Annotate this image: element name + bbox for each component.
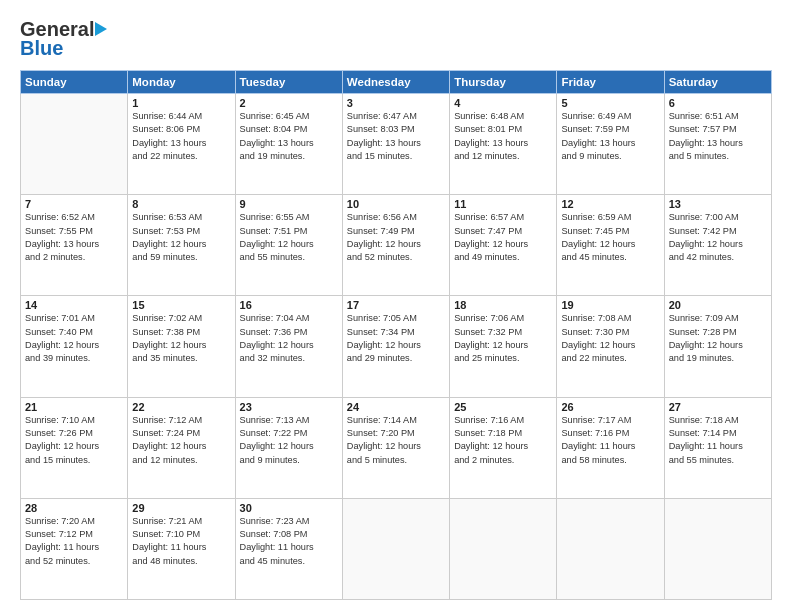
day-number: 27	[669, 401, 767, 413]
sun-info-line: Daylight: 12 hours	[347, 440, 445, 453]
sun-info-line: Daylight: 12 hours	[240, 339, 338, 352]
sun-info-line: Sunrise: 7:21 AM	[132, 515, 230, 528]
sun-info-line: Sunset: 7:36 PM	[240, 326, 338, 339]
calendar-cell: 10Sunrise: 6:56 AMSunset: 7:49 PMDayligh…	[342, 195, 449, 296]
calendar-cell: 8Sunrise: 6:53 AMSunset: 7:53 PMDaylight…	[128, 195, 235, 296]
calendar-cell	[557, 498, 664, 599]
day-number: 2	[240, 97, 338, 109]
calendar-cell: 3Sunrise: 6:47 AMSunset: 8:03 PMDaylight…	[342, 94, 449, 195]
sun-info-line: Daylight: 12 hours	[347, 339, 445, 352]
day-number: 18	[454, 299, 552, 311]
sun-info-line: and 48 minutes.	[132, 555, 230, 568]
calendar-cell: 14Sunrise: 7:01 AMSunset: 7:40 PMDayligh…	[21, 296, 128, 397]
sun-info-line: Sunset: 7:14 PM	[669, 427, 767, 440]
calendar-week-2: 7Sunrise: 6:52 AMSunset: 7:55 PMDaylight…	[21, 195, 772, 296]
sun-info-line: and 12 minutes.	[454, 150, 552, 163]
sun-info-line: Sunrise: 7:18 AM	[669, 414, 767, 427]
sun-info: Sunrise: 6:48 AMSunset: 8:01 PMDaylight:…	[454, 110, 552, 163]
sun-info-line: Sunset: 7:53 PM	[132, 225, 230, 238]
calendar-cell: 4Sunrise: 6:48 AMSunset: 8:01 PMDaylight…	[450, 94, 557, 195]
sun-info-line: Daylight: 12 hours	[132, 238, 230, 251]
calendar-cell: 25Sunrise: 7:16 AMSunset: 7:18 PMDayligh…	[450, 397, 557, 498]
sun-info-line: Sunset: 7:40 PM	[25, 326, 123, 339]
day-number: 28	[25, 502, 123, 514]
calendar-cell: 12Sunrise: 6:59 AMSunset: 7:45 PMDayligh…	[557, 195, 664, 296]
page: General Blue SundayMondayTuesdayWednesda…	[0, 0, 792, 612]
sun-info-line: Sunrise: 7:01 AM	[25, 312, 123, 325]
sun-info: Sunrise: 7:12 AMSunset: 7:24 PMDaylight:…	[132, 414, 230, 467]
day-number: 7	[25, 198, 123, 210]
sun-info-line: Daylight: 12 hours	[132, 339, 230, 352]
sun-info-line: and 9 minutes.	[240, 454, 338, 467]
calendar-table: SundayMondayTuesdayWednesdayThursdayFrid…	[20, 70, 772, 600]
sun-info-line: Daylight: 11 hours	[669, 440, 767, 453]
sun-info: Sunrise: 7:23 AMSunset: 7:08 PMDaylight:…	[240, 515, 338, 568]
weekday-header-tuesday: Tuesday	[235, 71, 342, 94]
sun-info-line: Sunset: 8:01 PM	[454, 123, 552, 136]
sun-info-line: Daylight: 12 hours	[454, 339, 552, 352]
sun-info-line: and 49 minutes.	[454, 251, 552, 264]
sun-info-line: and 2 minutes.	[25, 251, 123, 264]
day-number: 19	[561, 299, 659, 311]
logo-blue-text: Blue	[20, 37, 63, 60]
sun-info-line: Sunset: 8:04 PM	[240, 123, 338, 136]
sun-info-line: Sunrise: 7:10 AM	[25, 414, 123, 427]
calendar-cell: 30Sunrise: 7:23 AMSunset: 7:08 PMDayligh…	[235, 498, 342, 599]
sun-info-line: Daylight: 13 hours	[347, 137, 445, 150]
sun-info-line: Daylight: 12 hours	[561, 238, 659, 251]
calendar-cell: 2Sunrise: 6:45 AMSunset: 8:04 PMDaylight…	[235, 94, 342, 195]
sun-info-line: and 19 minutes.	[669, 352, 767, 365]
calendar-cell: 26Sunrise: 7:17 AMSunset: 7:16 PMDayligh…	[557, 397, 664, 498]
sun-info-line: Daylight: 11 hours	[561, 440, 659, 453]
sun-info-line: Daylight: 11 hours	[25, 541, 123, 554]
sun-info-line: and 35 minutes.	[132, 352, 230, 365]
calendar-cell	[342, 498, 449, 599]
sun-info-line: and 5 minutes.	[669, 150, 767, 163]
sun-info: Sunrise: 7:06 AMSunset: 7:32 PMDaylight:…	[454, 312, 552, 365]
sun-info-line: Sunset: 7:18 PM	[454, 427, 552, 440]
day-number: 24	[347, 401, 445, 413]
sun-info-line: Sunrise: 7:14 AM	[347, 414, 445, 427]
sun-info-line: Sunrise: 6:55 AM	[240, 211, 338, 224]
sun-info-line: and 59 minutes.	[132, 251, 230, 264]
sun-info-line: Daylight: 12 hours	[132, 440, 230, 453]
weekday-header-friday: Friday	[557, 71, 664, 94]
sun-info-line: and 58 minutes.	[561, 454, 659, 467]
sun-info-line: Sunrise: 7:12 AM	[132, 414, 230, 427]
day-number: 13	[669, 198, 767, 210]
sun-info-line: Sunrise: 6:47 AM	[347, 110, 445, 123]
day-number: 6	[669, 97, 767, 109]
calendar-cell: 5Sunrise: 6:49 AMSunset: 7:59 PMDaylight…	[557, 94, 664, 195]
calendar-cell: 19Sunrise: 7:08 AMSunset: 7:30 PMDayligh…	[557, 296, 664, 397]
day-number: 29	[132, 502, 230, 514]
sun-info-line: Daylight: 11 hours	[132, 541, 230, 554]
sun-info: Sunrise: 7:21 AMSunset: 7:10 PMDaylight:…	[132, 515, 230, 568]
day-number: 3	[347, 97, 445, 109]
sun-info-line: Sunset: 7:08 PM	[240, 528, 338, 541]
calendar-cell: 1Sunrise: 6:44 AMSunset: 8:06 PMDaylight…	[128, 94, 235, 195]
calendar-cell: 22Sunrise: 7:12 AMSunset: 7:24 PMDayligh…	[128, 397, 235, 498]
sun-info-line: Sunset: 8:03 PM	[347, 123, 445, 136]
sun-info-line: and 32 minutes.	[240, 352, 338, 365]
sun-info-line: Sunrise: 6:59 AM	[561, 211, 659, 224]
logo: General Blue	[20, 18, 107, 60]
sun-info-line: Daylight: 12 hours	[669, 339, 767, 352]
sun-info-line: and 55 minutes.	[240, 251, 338, 264]
sun-info-line: Sunrise: 7:05 AM	[347, 312, 445, 325]
day-number: 23	[240, 401, 338, 413]
sun-info-line: and 9 minutes.	[561, 150, 659, 163]
sun-info-line: Sunset: 7:28 PM	[669, 326, 767, 339]
sun-info: Sunrise: 7:18 AMSunset: 7:14 PMDaylight:…	[669, 414, 767, 467]
sun-info-line: Sunrise: 6:51 AM	[669, 110, 767, 123]
sun-info-line: Daylight: 13 hours	[240, 137, 338, 150]
calendar-cell: 28Sunrise: 7:20 AMSunset: 7:12 PMDayligh…	[21, 498, 128, 599]
calendar-cell: 16Sunrise: 7:04 AMSunset: 7:36 PMDayligh…	[235, 296, 342, 397]
weekday-header-thursday: Thursday	[450, 71, 557, 94]
sun-info-line: Sunrise: 7:02 AM	[132, 312, 230, 325]
sun-info-line: Daylight: 13 hours	[561, 137, 659, 150]
sun-info-line: Sunset: 7:51 PM	[240, 225, 338, 238]
sun-info: Sunrise: 7:10 AMSunset: 7:26 PMDaylight:…	[25, 414, 123, 467]
day-number: 10	[347, 198, 445, 210]
sun-info-line: Sunrise: 7:17 AM	[561, 414, 659, 427]
sun-info-line: Daylight: 13 hours	[454, 137, 552, 150]
